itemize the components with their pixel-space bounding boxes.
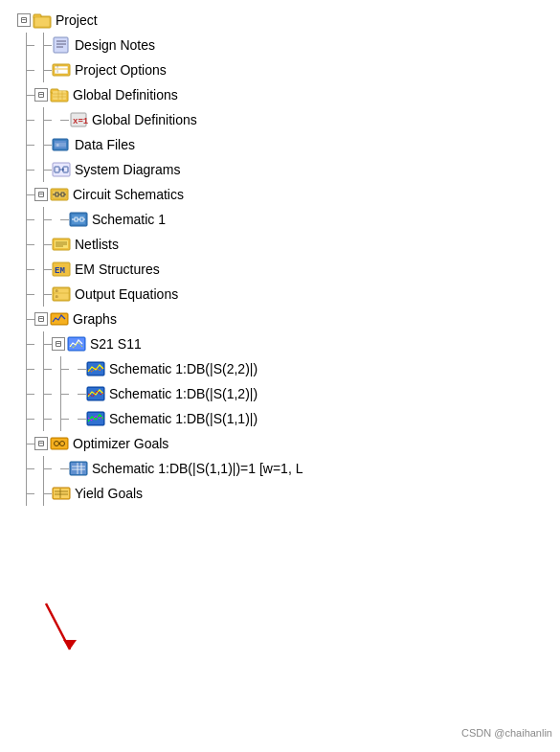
trace2-label: Schematic 1:DB(|S(1,2)|) <box>109 386 258 401</box>
output-equations-label: Output Equations <box>75 286 178 302</box>
svg-rect-14 <box>53 91 66 100</box>
folder-icon <box>50 86 69 103</box>
tree-item-project-options[interactable]: ≡ ≡ Project Options <box>0 57 560 82</box>
tree-item-global-def-folder[interactable]: ⊟ Global Definitions <box>0 82 560 107</box>
datafiles-icon: ≡ <box>52 136 71 153</box>
optimizer-item-label: Schematic 1:DB(|S(1,1)|)=1 [w=1, L <box>92 461 302 476</box>
em-icon: EM <box>52 261 71 278</box>
design-notes-label: Design Notes <box>75 37 155 53</box>
tree-item-global-def[interactable]: x=1 Global Definitions <box>0 107 560 132</box>
trace1-label: Schematic 1:DB(|S(2,2)|) <box>109 361 258 376</box>
tree-item-trace3[interactable]: Schematic 1:DB(|S(1,1)|) <box>0 406 560 431</box>
project-label: Project <box>56 12 98 28</box>
tree-item-trace2[interactable]: Schematic 1:DB(|S(1,2)|) <box>0 381 560 406</box>
svg-rect-75 <box>71 463 86 474</box>
tree-item-data-files[interactable]: ≡ Data Files <box>0 132 560 157</box>
tree-item-output-equations[interactable]: ⊟ ⊟ Output Equations <box>0 282 560 307</box>
svg-text:EM: EM <box>55 266 65 276</box>
trace3-icon <box>86 410 105 427</box>
expand-graphs[interactable]: ⊟ <box>34 312 48 326</box>
tree-item-netlists[interactable]: Netlists <box>0 232 560 257</box>
s21s11-label: S21 S11 <box>90 336 142 352</box>
tree-item-trace1[interactable]: Schematic 1:DB(|S(2,2)|) <box>0 356 560 381</box>
tree-item-graphs[interactable]: ⊟ Graphs <box>0 307 560 331</box>
globaldef-icon: x=1 <box>69 111 88 128</box>
expand-global-def[interactable]: ⊟ <box>34 88 48 102</box>
optimizer-goals-label: Optimizer Goals <box>73 436 168 451</box>
tree-item-s21s11[interactable]: ⊟ S21 S11 <box>0 331 560 356</box>
em-structures-label: EM Structures <box>75 262 160 277</box>
circuit-schematics-label: Circuit Schematics <box>73 187 184 202</box>
opt-item-icon <box>69 460 88 477</box>
output-icon: ⊟ ⊟ <box>52 285 71 303</box>
yield-icon <box>52 485 71 502</box>
svg-rect-81 <box>54 489 69 498</box>
folder-open-icon <box>33 11 52 29</box>
svg-marker-68 <box>63 640 77 649</box>
tree-item-circuit-schematics[interactable]: ⊟ Circuit Schematics <box>0 182 560 207</box>
watermark: CSDN @chaihanlin <box>461 727 552 739</box>
schematic1-label: Schematic 1 <box>92 212 166 227</box>
svg-text:x=1: x=1 <box>73 117 88 126</box>
graphs-icon <box>50 310 69 328</box>
svg-rect-3 <box>54 37 68 53</box>
trace2-icon <box>86 385 105 402</box>
schematic-icon <box>69 211 88 228</box>
graph-item-icon <box>67 335 86 353</box>
data-files-label: Data Files <box>75 137 135 152</box>
tree-item-em-structures[interactable]: EM EM Structures <box>0 257 560 282</box>
netlists-label: Netlists <box>75 237 119 252</box>
tree-item-project[interactable]: ⊟ Project <box>0 8 560 33</box>
netlists-icon <box>52 236 71 253</box>
circuit-icon <box>50 186 69 203</box>
project-options-label: Project Options <box>75 62 167 78</box>
options-icon: ≡ ≡ <box>52 61 71 79</box>
expand-circuit[interactable]: ⊟ <box>34 188 48 201</box>
tree-item-optimizer-goals[interactable]: ⊟ Optimizer Goals <box>0 431 560 456</box>
expand-optimizer[interactable]: ⊟ <box>34 437 48 450</box>
notes-icon <box>52 36 71 54</box>
tree-item-design-notes[interactable]: Design Notes <box>0 33 560 57</box>
expand-s21s11[interactable]: ⊟ <box>52 337 65 351</box>
trace1-icon <box>86 360 105 377</box>
tree-item-yield-goals[interactable]: Yield Goals <box>0 481 560 506</box>
system-diagrams-label: System Diagrams <box>75 162 180 177</box>
optimizer-icon <box>50 435 69 452</box>
expand-project[interactable]: ⊟ <box>17 13 31 27</box>
graphs-label: Graphs <box>73 311 117 327</box>
global-def-folder-label: Global Definitions <box>73 87 178 103</box>
svg-text:≡: ≡ <box>56 143 59 148</box>
tree-item-schematic1[interactable]: Schematic 1 <box>0 207 560 232</box>
tree-item-system-diagrams[interactable]: System Diagrams <box>0 157 560 182</box>
global-def-label: Global Definitions <box>92 112 197 127</box>
tree-item-optimizer-item[interactable]: Schematic 1:DB(|S(1,1)|)=1 [w=1, L <box>0 456 560 481</box>
trace3-label: Schematic 1:DB(|S(1,1)|) <box>109 411 258 426</box>
arrow-annotation <box>17 594 113 671</box>
sysdiag-icon <box>52 161 71 178</box>
yield-goals-label: Yield Goals <box>75 486 143 501</box>
svg-rect-2 <box>34 17 50 27</box>
tree-container: ⊟ Project Design Notes ≡ ≡ <box>0 0 560 513</box>
